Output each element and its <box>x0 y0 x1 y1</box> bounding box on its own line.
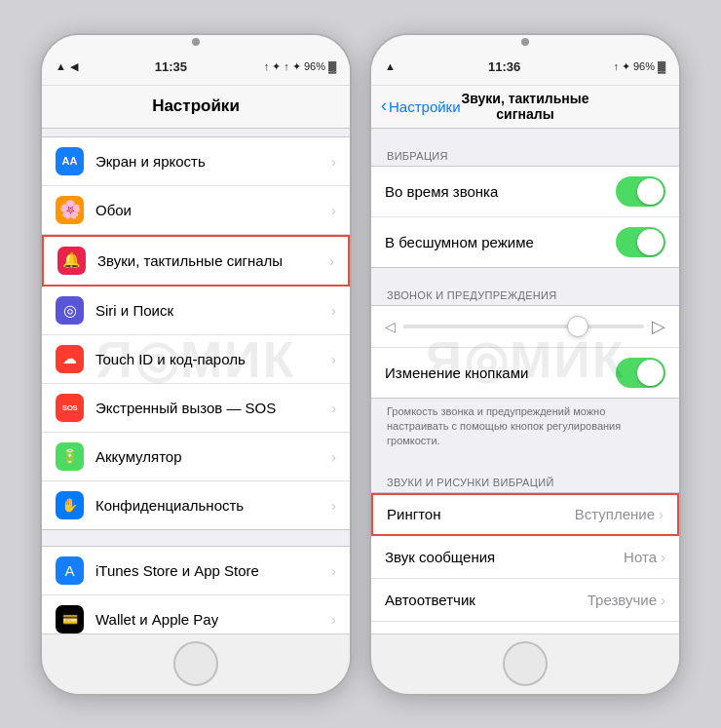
toggle-knob <box>637 178 664 205</box>
sos-label: Экстренный вызов — SOS <box>95 400 331 416</box>
right-status-right: ↑ ✦ 96% ▓ <box>613 60 665 73</box>
ringtone-value: Вступление <box>575 506 655 522</box>
left-status-bar: ▲ ◀ 11:35 ↑ ✦ ↑ ✦ 96% ▓ <box>42 49 350 86</box>
right-settings-list[interactable]: ВИБРАЦИЯ Во время звонка В бесшумном реж… <box>371 129 679 633</box>
siri-icon: ◎ <box>56 296 84 325</box>
display-chevron: › <box>331 153 336 170</box>
right-item-vibration-ring[interactable]: Во время звонка <box>371 167 679 217</box>
right-item-newmail[interactable]: Новая почта Бряк › <box>371 622 679 633</box>
right-battery-icon: ▓ <box>658 60 665 72</box>
left-status-right: ↑ ✦ ↑ ✦ 96% ▓ <box>264 60 336 73</box>
left-status-left: ▲ ◀ <box>56 60 78 73</box>
right-bluetooth-icon: ✦ <box>622 60 630 73</box>
left-group-1: AA Экран и яркость › 🌸 Обои › 🔔 Звуки, т… <box>42 136 350 530</box>
left-nav-bar: Настройки <box>42 86 350 129</box>
vibration-silent-label: В бесшумном режиме <box>385 234 616 250</box>
ringtone-label: Рингтон <box>387 506 575 522</box>
touchid-chevron: › <box>331 351 336 367</box>
left-item-sounds[interactable]: 🔔 Звуки, тактильные сигналы › <box>42 235 350 287</box>
toggle-knob-3 <box>637 360 664 386</box>
vibration-ring-label: Во время звонка <box>385 183 616 200</box>
wallet-label: Wallet и Apple Pay <box>95 611 331 628</box>
itunes-icon: A <box>56 556 84 585</box>
left-item-privacy[interactable]: ✋ Конфиденциальность › <box>42 481 350 529</box>
ringtone-chevron: › <box>659 506 664 522</box>
left-item-touchid[interactable]: ☁ Touch ID и код-пароль › <box>42 335 350 384</box>
display-label: Экран и яркость <box>95 153 331 170</box>
bluetooth-icon: ✦ <box>272 60 281 73</box>
message-label: Звук сообщения <box>385 549 624 565</box>
right-phone-bottom <box>371 633 679 694</box>
left-home-button[interactable] <box>173 641 218 686</box>
voicemail-label: Автоответчик <box>385 592 588 608</box>
signal-icon: ◀ <box>70 60 78 73</box>
volume-slider[interactable] <box>403 325 644 328</box>
left-item-siri[interactable]: ◎ Siri и Поиск › <box>42 287 350 335</box>
battery-chevron: › <box>331 448 336 465</box>
wallpaper-icon: 🌸 <box>56 196 84 224</box>
right-notch <box>371 35 679 49</box>
right-group-vibration: Во время звонка В бесшумном режиме <box>371 166 679 268</box>
section-sounds: ЗВУКИ И РИСУНКИ ВИБРАЦИЙ <box>371 463 679 492</box>
right-home-button[interactable] <box>503 641 548 686</box>
battery-icon: ▓ <box>328 60 336 72</box>
back-label: Настройки <box>389 98 461 115</box>
touchid-icon: ☁ <box>56 345 84 373</box>
right-item-vibration-silent[interactable]: В бесшумном режиме <box>371 217 679 267</box>
right-group-sounds: Рингтон Вступление › Звук сообщения Нота… <box>371 492 679 633</box>
siri-label: Siri и Поиск <box>95 302 331 319</box>
left-item-wallpaper[interactable]: 🌸 Обои › <box>42 186 350 235</box>
right-status-bar: ▲ 11:36 ↑ ✦ 96% ▓ <box>371 49 679 86</box>
itunes-label: iTunes Store и App Store <box>95 562 331 579</box>
display-icon: AA <box>56 147 84 175</box>
volume-slider-row[interactable]: ◁ ▷ <box>371 306 679 348</box>
hint-text: Громкость звонка и предупреждений можно … <box>371 399 679 459</box>
right-arrow-icon: ↑ <box>613 60 619 72</box>
privacy-chevron: › <box>331 497 336 514</box>
wifi-icon: ▲ <box>56 60 66 72</box>
right-battery-label: 96% <box>633 60 655 72</box>
change-buttons-label: Изменение кнопками <box>385 364 616 381</box>
right-nav-bar: ‹ Настройки Звуки, тактильные сигналы <box>371 86 679 129</box>
left-group-2: A iTunes Store и App Store › 💳 Wallet и … <box>42 546 350 633</box>
left-item-battery[interactable]: 🔋 Аккумулятор › <box>42 433 350 481</box>
wallet-chevron: › <box>331 611 336 628</box>
sounds-label: Звуки, тактильные сигналы <box>97 252 329 269</box>
right-item-voicemail[interactable]: Автоответчик Трезвучие › <box>371 579 679 622</box>
vibration-silent-toggle[interactable] <box>616 227 665 257</box>
right-camera-dot <box>521 38 529 46</box>
left-nav-title: Настройки <box>152 96 240 116</box>
privacy-label: Конфиденциальность <box>95 497 331 514</box>
change-buttons-toggle[interactable] <box>616 358 665 388</box>
siri-chevron: › <box>331 302 336 319</box>
left-item-wallet[interactable]: 💳 Wallet и Apple Pay › <box>42 595 350 633</box>
right-item-ringtone[interactable]: Рингтон Вступление › <box>371 493 679 536</box>
sos-icon: SOS <box>56 394 84 422</box>
battery-label-item: Аккумулятор <box>95 448 331 465</box>
left-item-itunes[interactable]: A iTunes Store и App Store › <box>42 547 350 595</box>
vibration-ring-toggle[interactable] <box>616 176 665 207</box>
sos-chevron: › <box>331 400 336 416</box>
right-group-ring: ◁ ▷ Изменение кнопками <box>371 305 679 399</box>
right-nav-back[interactable]: ‹ Настройки <box>381 96 461 116</box>
left-screen: Я◎МИК Настройки AA Экран и яркость › 🌸 О… <box>42 86 350 633</box>
touchid-label: Touch ID и код-пароль <box>95 351 331 367</box>
right-wifi-icon: ▲ <box>385 60 396 72</box>
slider-fill <box>403 325 584 328</box>
volume-high-icon: ▷ <box>652 316 665 337</box>
left-settings-list[interactable]: AA Экран и яркость › 🌸 Обои › 🔔 Звуки, т… <box>42 129 350 633</box>
right-phone: ▲ 11:36 ↑ ✦ 96% ▓ Я◎МИК ‹ Настройки Звук… <box>369 33 681 696</box>
battery-label: ↑ ✦ 96% <box>284 60 325 73</box>
left-item-sos[interactable]: SOS Экстренный вызов — SOS › <box>42 384 350 433</box>
left-phone-bottom <box>42 633 350 694</box>
privacy-icon: ✋ <box>56 491 84 519</box>
arrow-icon: ↑ <box>264 60 270 72</box>
right-item-change-buttons[interactable]: Изменение кнопками <box>371 348 679 398</box>
sounds-icon: 🔔 <box>57 247 86 275</box>
voicemail-chevron: › <box>661 592 665 608</box>
toggle-knob-2 <box>637 229 664 255</box>
left-item-display[interactable]: AA Экран и яркость › <box>42 137 350 186</box>
right-item-message[interactable]: Звук сообщения Нота › <box>371 536 679 579</box>
right-screen: Я◎МИК ‹ Настройки Звуки, тактильные сигн… <box>371 86 679 633</box>
slider-thumb[interactable] <box>567 316 588 337</box>
